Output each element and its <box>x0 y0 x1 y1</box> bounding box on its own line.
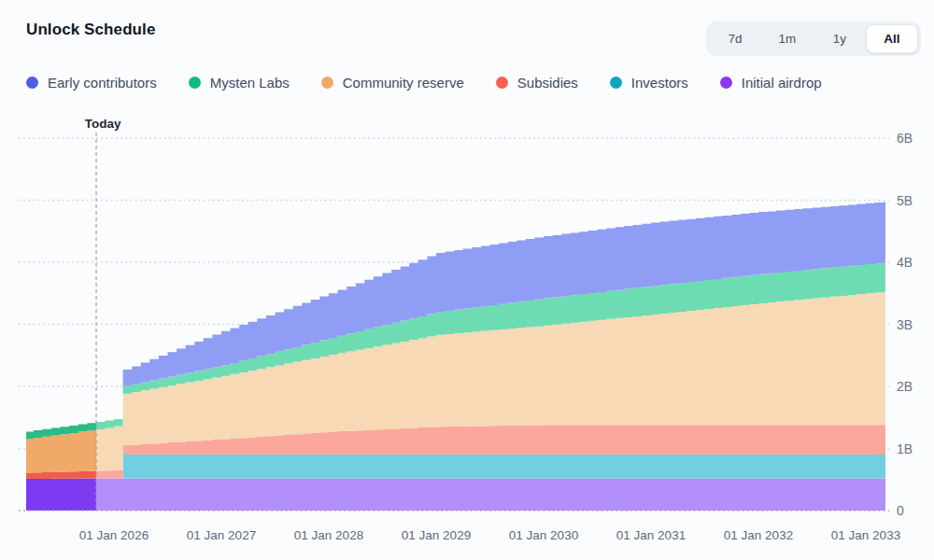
y-axis-label-0: 0 <box>897 503 904 518</box>
band-investors-future <box>26 455 885 479</box>
band-initial-airdrop-future <box>26 478 885 511</box>
today-label: Today <box>85 117 121 131</box>
unlock-schedule-chart[interactable]: Today01B2B3B4B5B6B01 Jan 202601 Jan 2027… <box>0 0 934 560</box>
y-axis-label-2B: 2B <box>897 379 913 394</box>
unlocked-future-area <box>26 202 885 511</box>
y-axis-label-1B: 1B <box>897 441 913 456</box>
unlock-schedule-panel: Unlock Schedule 7d1m1yAll Early contribu… <box>0 0 934 560</box>
y-axis-label-6B: 6B <box>897 131 913 146</box>
y-axis-label-3B: 3B <box>897 317 913 332</box>
x-axis-label-2029: 01 Jan 2029 <box>402 528 471 542</box>
x-axis-label-2032: 01 Jan 2032 <box>724 528 793 542</box>
x-axis-label-2026: 01 Jan 2026 <box>79 528 149 542</box>
x-axis-label-2033: 01 Jan 2033 <box>831 528 900 542</box>
x-axis-label-2031: 01 Jan 2031 <box>616 528 686 542</box>
y-axis-label-5B: 5B <box>897 193 913 208</box>
y-axis-label-4B: 4B <box>897 255 913 270</box>
x-axis-label-2030: 01 Jan 2030 <box>509 528 578 542</box>
x-axis-label-2027: 01 Jan 2027 <box>187 528 256 542</box>
x-axis-label-2028: 01 Jan 2028 <box>294 528 363 542</box>
